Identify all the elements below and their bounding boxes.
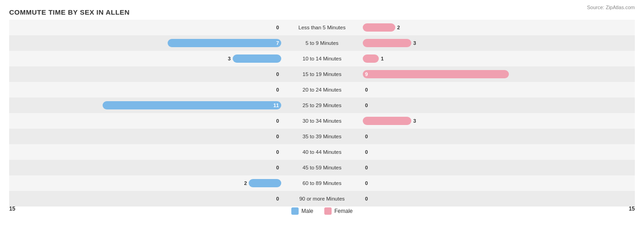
female-bar-section: 0	[360, 175, 635, 191]
female-value: 0	[365, 87, 368, 92]
row-label: 20 to 24 Minutes	[284, 87, 360, 92]
male-bar-section: 0	[9, 144, 284, 160]
row-label: 45 to 59 Minutes	[284, 165, 360, 170]
female-bar-section: 2	[360, 20, 635, 35]
male-bar	[249, 179, 281, 187]
female-value: 1	[381, 56, 383, 61]
legend: Male Female	[291, 207, 353, 215]
female-bar: 9	[363, 70, 509, 78]
row-label: 15 to 19 Minutes	[284, 71, 360, 77]
female-value: 0	[365, 149, 368, 155]
male-bar: 7	[168, 39, 281, 47]
male-bar-section: 0	[9, 82, 284, 98]
male-value: 0	[276, 134, 279, 139]
female-bar-section: 1	[360, 51, 635, 66]
legend-female: Female	[324, 207, 353, 215]
row-label: 30 to 34 Minutes	[284, 118, 360, 124]
female-value: 3	[413, 118, 416, 124]
female-value: 9	[365, 71, 368, 77]
male-bar-section: 0	[9, 160, 284, 175]
female-bar-section: 0	[360, 82, 635, 98]
chart-area: 0Less than 5 Minutes275 to 9 Minutes3310…	[9, 20, 635, 205]
male-bar-section: 0	[9, 20, 284, 35]
male-bar-section: 0	[9, 191, 284, 206]
male-value: 0	[276, 196, 279, 201]
female-bar-section: 0	[360, 98, 635, 113]
female-bar	[363, 39, 411, 47]
table-row: 260 to 89 Minutes0	[9, 175, 635, 191]
female-value: 2	[397, 25, 400, 30]
table-row: 020 to 24 Minutes0	[9, 82, 635, 98]
row-label: 5 to 9 Minutes	[284, 40, 360, 46]
row-label: Less than 5 Minutes	[284, 25, 360, 30]
male-value: 0	[276, 118, 279, 124]
male-value: 11	[273, 103, 279, 108]
axis-left: 15	[9, 206, 15, 215]
table-row: 040 to 44 Minutes0	[9, 144, 635, 160]
table-row: 045 to 59 Minutes0	[9, 160, 635, 175]
male-value: 7	[276, 40, 279, 46]
female-value: 0	[365, 103, 368, 108]
female-bar	[363, 23, 395, 32]
table-row: 015 to 19 Minutes9	[9, 66, 635, 82]
female-bar-section: 0	[360, 191, 635, 206]
female-bar-section: 0	[360, 160, 635, 175]
male-value: 2	[244, 180, 247, 186]
table-row: 75 to 9 Minutes3	[9, 35, 635, 51]
axis-right: 15	[629, 206, 635, 215]
male-bar-section: 0	[9, 129, 284, 144]
male-value: 0	[276, 87, 279, 92]
male-bar-section: 0	[9, 66, 284, 82]
male-value: 0	[276, 71, 279, 77]
male-swatch	[291, 207, 299, 215]
legend-female-label: Female	[334, 208, 353, 214]
female-bar-section: 3	[360, 35, 635, 51]
male-bar	[233, 54, 281, 63]
legend-male-label: Male	[301, 208, 313, 214]
female-bar	[363, 54, 379, 63]
chart-title: COMMUTE TIME BY SEX IN ALLEN	[9, 8, 635, 16]
male-value: 3	[228, 56, 231, 61]
male-bar-section: 11	[9, 98, 284, 113]
female-value: 0	[365, 196, 368, 201]
female-value: 0	[365, 134, 368, 139]
row-label: 35 to 39 Minutes	[284, 134, 360, 139]
male-bar-section: 3	[9, 51, 284, 66]
table-row: 030 to 34 Minutes3	[9, 113, 635, 129]
female-value: 0	[365, 165, 368, 170]
male-bar: 11	[103, 101, 281, 109]
male-value: 0	[276, 25, 279, 30]
table-row: 090 or more Minutes0	[9, 191, 635, 206]
table-row: 310 to 14 Minutes1	[9, 51, 635, 66]
male-bar-section: 2	[9, 175, 284, 191]
table-row: 0Less than 5 Minutes2	[9, 20, 635, 35]
row-label: 40 to 44 Minutes	[284, 149, 360, 155]
table-row: 1125 to 29 Minutes0	[9, 98, 635, 113]
chart-container: COMMUTE TIME BY SEX IN ALLEN Source: Zip…	[0, 0, 644, 239]
female-bar	[363, 117, 411, 125]
male-bar-section: 7	[9, 35, 284, 51]
female-bar-section: 3	[360, 113, 635, 129]
row-label: 25 to 29 Minutes	[284, 103, 360, 108]
row-label: 60 to 89 Minutes	[284, 180, 360, 186]
female-swatch	[324, 207, 332, 215]
female-bar-section: 9	[360, 66, 635, 82]
female-value: 3	[413, 40, 416, 46]
source-label: Source: ZipAtlas.com	[587, 5, 635, 10]
female-bar-section: 0	[360, 129, 635, 144]
female-bar-section: 0	[360, 144, 635, 160]
male-value: 0	[276, 149, 279, 155]
row-label: 90 or more Minutes	[284, 196, 360, 201]
female-value: 0	[365, 180, 368, 186]
table-row: 035 to 39 Minutes0	[9, 129, 635, 144]
row-label: 10 to 14 Minutes	[284, 56, 360, 61]
legend-male: Male	[291, 207, 313, 215]
male-value: 0	[276, 165, 279, 170]
male-bar-section: 0	[9, 113, 284, 129]
